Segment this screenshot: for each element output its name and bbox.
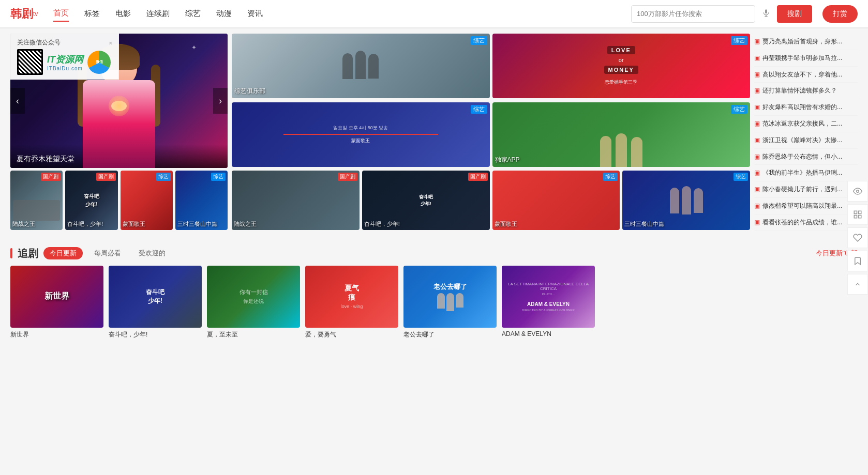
news-item-3[interactable]: ▣ 高以翔女友放不下，穿着他... xyxy=(754,67,858,83)
bottom-grid-1[interactable]: 国产剧 陆战之王 xyxy=(232,171,360,230)
news-icon-3: ▣ xyxy=(754,71,760,78)
bg-title-1: 陆战之王 xyxy=(234,220,257,228)
drama-poster-6: LA SETTIMANA INTERNAZIONALE DELLA CRITIC… xyxy=(502,266,595,328)
scroll-top-button[interactable] xyxy=(847,274,868,295)
news-icon-10: ▣ xyxy=(754,186,760,193)
tab-popular[interactable]: 受欢迎的 xyxy=(132,247,172,259)
tab-weekly-must[interactable]: 每周必看 xyxy=(88,247,127,259)
star3: ✦ xyxy=(191,44,197,51)
drama-card-1[interactable]: 新世界 新世界 xyxy=(10,266,103,339)
nav-series[interactable]: 连续剧 xyxy=(146,6,170,21)
drama-card-2[interactable]: 奋斗吧少年! 奋斗吧，少年! xyxy=(109,266,202,339)
watermark-close[interactable]: × xyxy=(109,40,112,46)
drama-poster-img-2: 奋斗吧少年! xyxy=(109,266,202,328)
section-divider: 追剧 今日更新 每周必看 受欢迎的 今日更新"0"部 xyxy=(0,236,868,266)
drama-name-4: 爱，要勇气 xyxy=(305,330,398,339)
reward-button[interactable]: 打赏 xyxy=(822,5,858,23)
search-button[interactable]: 搜剧 xyxy=(777,5,812,23)
middle-grid: 综艺 综艺俱乐部 综艺 LOVE or MONEY xyxy=(232,34,750,168)
news-item-4[interactable]: ▣ 还打算靠情怀滤镜撑多久？ xyxy=(754,83,858,99)
thumb-4[interactable]: 综艺 三时三餐山中篇 xyxy=(175,171,228,230)
thumb-label-1: 国产剧 xyxy=(41,173,61,181)
grid-item-4[interactable]: 综艺 独家APP xyxy=(492,102,751,167)
drama-card-3[interactable]: 你有一封信 你是还说 夏，至未至 xyxy=(207,266,300,339)
nav-tags[interactable]: 标签 xyxy=(84,6,100,21)
grid-img-2: LOVE or MONEY 恋爱捕手第三季 xyxy=(492,34,751,98)
bg-label-1: 国产剧 xyxy=(338,173,357,181)
content-area: 关注微信公众号 × IT资源网 ITBaiDu.com 微信 xyxy=(0,28,868,349)
svg-rect-4 xyxy=(854,211,857,213)
drama-name-5: 老公去哪了 xyxy=(403,330,497,339)
bg-title-3: 蒙面歌王 xyxy=(495,220,517,228)
search-area: 搜剧 xyxy=(631,5,812,23)
logo[interactable]: 韩剧 tv xyxy=(10,6,38,22)
drama-name-3: 夏，至未至 xyxy=(207,330,300,339)
svg-rect-0 xyxy=(765,9,767,13)
carousel-prev-button[interactable]: ‹ xyxy=(10,88,25,114)
news-text-4: 还打算靠情怀滤镜撑多久？ xyxy=(762,86,837,95)
grid-subtitle-3: 蒙面歌王 xyxy=(351,137,370,144)
drama-poster-img-3: 你有一封信 你是还说 xyxy=(207,266,300,328)
thumb-1[interactable]: 国产剧 陆战之王 xyxy=(10,171,63,230)
drama-poster-1: 新世界 xyxy=(10,266,103,328)
sidebar-heart-icon[interactable] xyxy=(847,227,868,248)
drama-row: 新世界 新世界 奋斗吧少年! 奋斗吧，少年! 你有一封信 你是还说 夏，至未至 xyxy=(0,266,868,349)
nav-anime[interactable]: 动漫 xyxy=(216,6,232,21)
thumb-3[interactable]: 综艺 蒙面歌王 xyxy=(121,171,173,230)
watermark-logo: IT资源网 xyxy=(47,53,83,66)
news-text-12: 看看张苍的的作品成绩，谁... xyxy=(762,218,842,227)
bottom-thumbs-row: 国产剧 陆战之王 国产剧 奋斗吧，少年! 奋斗吧 少年! 综艺 蒙面歌王 xyxy=(10,171,228,230)
drama-name-2: 奋斗吧，少年! xyxy=(109,330,202,339)
news-item-6[interactable]: ▣ 范冰冰返京获父亲接风，二... xyxy=(754,116,858,132)
grid-item-2[interactable]: 综艺 LOVE or MONEY 恋爱捕手第三季 xyxy=(492,34,751,98)
voice-search-icon[interactable] xyxy=(759,9,773,19)
sidebar-eye-icon[interactable] xyxy=(847,181,868,202)
news-icon-11: ▣ xyxy=(754,202,760,209)
news-item-7[interactable]: ▣ 浙江卫视《巅峰对决》太惨... xyxy=(754,132,858,149)
wechat-label: 微信 xyxy=(96,59,103,65)
news-item-2[interactable]: ▣ 冉莹颖携手邹市明参加马拉... xyxy=(754,50,858,67)
thumb-title-4: 三时三餐山中篇 xyxy=(177,220,217,228)
news-item-10[interactable]: ▣ 陈小春硬拗儿子前行，遇到... xyxy=(754,181,858,198)
news-text-1: 贾乃亮离婚后首现身，身形... xyxy=(762,37,842,46)
drama-card-5[interactable]: 老公去哪了 老公去哪了 xyxy=(403,266,497,339)
carousel-container: 关注微信公众号 × IT资源网 ITBaiDu.com 微信 xyxy=(10,34,228,231)
news-item-9[interactable]: ▣ 《我的前半生》热播马伊琍... xyxy=(754,165,858,181)
thumb-title-3: 蒙面歌王 xyxy=(123,220,145,228)
drama-poster-img-5: 老公去哪了 xyxy=(403,266,497,328)
news-item-1[interactable]: ▣ 贾乃亮离婚后首现身，身形... xyxy=(754,34,858,50)
news-item-12[interactable]: ▣ 看看张苍的的作品成绩，谁... xyxy=(754,214,858,231)
bottom-grid-3[interactable]: 综艺 蒙面歌王 xyxy=(492,171,620,230)
grid-item-3[interactable]: 综艺 일요일 오후 4시 50분 방송 蒙面歌王 xyxy=(232,102,490,167)
watermark-sub: ITBaiDu.com xyxy=(47,66,83,71)
watermark-title: 关注微信公众号 xyxy=(17,38,61,47)
sidebar-bookmark-icon[interactable] xyxy=(847,251,868,271)
news-item-5[interactable]: ▣ 好友爆料高以翔曾有求婚的... xyxy=(754,99,858,116)
drama-name-6: ADAM & EVELYN xyxy=(502,330,595,338)
drama-poster-img-6: LA SETTIMANA INTERNAZIONALE DELLA CRITIC… xyxy=(502,266,595,328)
header: 韩剧 tv 首页 标签 电影 连续剧 综艺 动漫 资讯 搜剧 打赏 xyxy=(0,0,868,28)
svg-rect-7 xyxy=(859,215,861,218)
nav-movies[interactable]: 电影 xyxy=(115,6,131,21)
bottom-grid-2[interactable]: 国产剧 奋斗吧，少年! 奋斗吧少年! xyxy=(362,171,490,230)
search-input[interactable] xyxy=(631,5,755,23)
news-icon-1: ▣ xyxy=(754,38,760,45)
tab-today-update[interactable]: 今日更新 xyxy=(43,247,83,259)
grid-img-4 xyxy=(492,102,751,167)
thumb-2[interactable]: 国产剧 奋斗吧，少年! 奋斗吧 少年! xyxy=(65,171,117,230)
nav-home[interactable]: 首页 xyxy=(53,6,69,22)
news-item-8[interactable]: ▣ 陈乔恩终于公布恋情，但小... xyxy=(754,149,858,165)
drama-card-4[interactable]: 夏气 痕 love · wing 爱，要勇气 xyxy=(305,266,398,339)
drama-card-6[interactable]: LA SETTIMANA INTERNAZIONALE DELLA CRITIC… xyxy=(502,266,595,339)
qr-code xyxy=(17,49,43,75)
sidebar-grid-icon[interactable] xyxy=(847,204,868,225)
nav-variety[interactable]: 综艺 xyxy=(185,6,201,21)
carousel-next-button[interactable]: › xyxy=(213,88,228,114)
news-text-11: 修杰楷希望可以陪高以翔最... xyxy=(762,202,842,210)
news-icon-5: ▣ xyxy=(754,103,760,111)
nav-news[interactable]: 资讯 xyxy=(247,6,263,21)
grid-item-1[interactable]: 综艺 综艺俱乐部 xyxy=(232,34,490,98)
svg-rect-5 xyxy=(859,211,861,213)
news-item-11[interactable]: ▣ 修杰楷希望可以陪高以翔最... xyxy=(754,198,858,214)
bottom-grid-4[interactable]: 综艺 三时三餐山中篇 xyxy=(622,171,750,230)
